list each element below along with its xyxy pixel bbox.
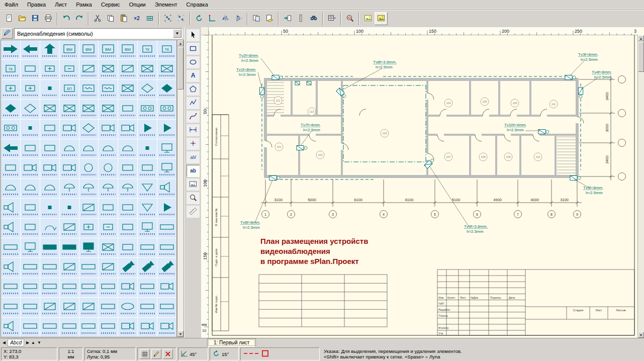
menu-item[interactable]: Опции <box>125 1 150 9</box>
symbol-cell[interactable] <box>60 238 79 257</box>
symbol-cell[interactable] <box>157 278 176 297</box>
symbol-cell[interactable]: БП <box>60 80 79 99</box>
symbol-cell[interactable] <box>1 159 20 178</box>
symbol-cell[interactable] <box>157 318 176 337</box>
symbol-cell[interactable] <box>138 238 157 257</box>
symbol-cell[interactable] <box>118 100 137 119</box>
symbol-cell[interactable] <box>118 238 137 257</box>
menu-item[interactable]: Сервис <box>97 1 125 9</box>
symbol-cell[interactable] <box>118 120 137 139</box>
symbol-cell[interactable] <box>21 100 40 119</box>
symbol-cell[interactable]: ТК <box>1 60 20 79</box>
symbol-cell[interactable] <box>60 100 79 119</box>
symbol-cell[interactable] <box>21 258 40 277</box>
symbol-cell[interactable] <box>99 120 118 139</box>
ellipse-tool-button[interactable] <box>187 56 200 68</box>
ungroup-button[interactable] <box>174 12 188 25</box>
redo-button[interactable] <box>73 12 86 25</box>
measure-button[interactable] <box>294 12 307 25</box>
symbol-cell[interactable] <box>40 100 59 119</box>
symbol-cell[interactable] <box>40 120 59 139</box>
symbol-cell[interactable] <box>138 159 157 178</box>
image2-button[interactable] <box>375 12 388 25</box>
symbol-cell[interactable] <box>157 179 176 198</box>
stamp-button[interactable] <box>143 12 156 25</box>
zoom-button[interactable] <box>343 12 356 25</box>
symbol-text-mode-button[interactable]: Abcd <box>8 339 24 346</box>
find-button[interactable] <box>307 12 320 25</box>
open-button[interactable] <box>16 12 29 25</box>
symbol-cell[interactable] <box>99 199 118 218</box>
symbol-cell[interactable] <box>1 258 20 277</box>
goto-button[interactable] <box>281 12 294 25</box>
symbol-cell[interactable] <box>1 100 20 119</box>
symbol-cell[interactable] <box>79 199 99 218</box>
symbol-cell[interactable]: ТК <box>138 40 157 59</box>
symbol-cell[interactable] <box>40 318 59 337</box>
symbol-cell[interactable] <box>138 219 157 238</box>
symbol-cell[interactable] <box>79 159 99 178</box>
symbol-cell[interactable] <box>99 219 118 238</box>
symbol-cell[interactable] <box>40 238 59 257</box>
save-button[interactable] <box>29 12 42 25</box>
symbol-cell[interactable] <box>138 60 157 79</box>
symbol-cell[interactable] <box>21 238 40 257</box>
library-select[interactable]: Видеонаблюдения (символы) ▼ <box>14 28 182 39</box>
tab-sheet-1[interactable]: 1: Первый лист <box>207 338 256 347</box>
symbol-cell[interactable] <box>157 60 176 79</box>
symbol-cell[interactable] <box>40 258 59 277</box>
symbol-cell[interactable] <box>157 159 176 178</box>
symbol-cell[interactable] <box>60 219 79 238</box>
symbol-cell[interactable] <box>40 278 59 297</box>
symbol-cell[interactable] <box>21 120 40 139</box>
scrollbar-thumb[interactable] <box>638 42 644 72</box>
symbol-cell[interactable] <box>157 219 176 238</box>
symbol-cell[interactable] <box>79 60 99 79</box>
drawing-canvas[interactable]: 501001502002503 50100150мм10 Согласовано… <box>201 27 644 338</box>
symbol-cell[interactable] <box>1 120 20 139</box>
line-style-preview[interactable] <box>240 347 320 360</box>
menu-item[interactable]: Правка <box>23 1 50 9</box>
paste-button[interactable] <box>117 12 130 25</box>
symbol-cell[interactable] <box>99 278 118 297</box>
symbol-cell[interactable] <box>79 139 99 158</box>
menu-item[interactable]: Файл <box>0 1 23 9</box>
symbol-cell[interactable] <box>60 60 79 79</box>
symbol-cell[interactable] <box>40 298 59 317</box>
symbol-cell[interactable] <box>157 120 176 139</box>
symbol-cell[interactable] <box>118 179 137 198</box>
symbol-cell[interactable] <box>79 179 99 198</box>
cut-button[interactable] <box>91 12 104 25</box>
ab-tool-button[interactable]: ab <box>187 165 200 177</box>
symbol-cell[interactable] <box>118 318 137 337</box>
symbol-grid-scrollbar[interactable]: ▲ ▼ <box>177 40 184 337</box>
symbol-cell[interactable]: ВМ <box>99 40 118 59</box>
symbol-cell[interactable]: ВМ <box>79 40 99 59</box>
symbol-cell[interactable] <box>1 139 20 158</box>
symbol-cell[interactable] <box>118 219 137 238</box>
next-symbol-page-icon[interactable]: ▶ <box>26 340 29 345</box>
symbol-cell[interactable]: ВМ <box>118 40 137 59</box>
scrollbar-thumb[interactable] <box>177 47 183 89</box>
symbol-cell[interactable] <box>60 120 79 139</box>
sheets-button[interactable] <box>263 12 276 25</box>
symbol-cell[interactable] <box>138 258 157 277</box>
node-tool-button[interactable]: A <box>187 70 200 82</box>
symbol-cell[interactable] <box>138 298 157 317</box>
symbol-cell[interactable] <box>40 40 59 59</box>
symbol-cell[interactable] <box>138 80 157 99</box>
symbol-cell[interactable] <box>138 139 157 158</box>
symbol-cell[interactable] <box>60 139 79 158</box>
scroll-up-icon[interactable]: ▲ <box>638 35 644 41</box>
symbol-cell[interactable] <box>79 298 99 317</box>
menu-item[interactable]: Элемент <box>150 1 182 9</box>
ruler-tool-button[interactable] <box>187 206 200 218</box>
red-square-icon[interactable] <box>261 350 269 358</box>
symbol-cell[interactable] <box>79 258 99 277</box>
rotate-button[interactable] <box>193 12 206 25</box>
copy-button[interactable] <box>104 12 117 25</box>
symbol-cell[interactable] <box>118 159 137 178</box>
symbol-cell[interactable] <box>21 318 40 337</box>
symbol-cell[interactable] <box>60 159 79 178</box>
bezier-tool-button[interactable] <box>187 111 200 123</box>
